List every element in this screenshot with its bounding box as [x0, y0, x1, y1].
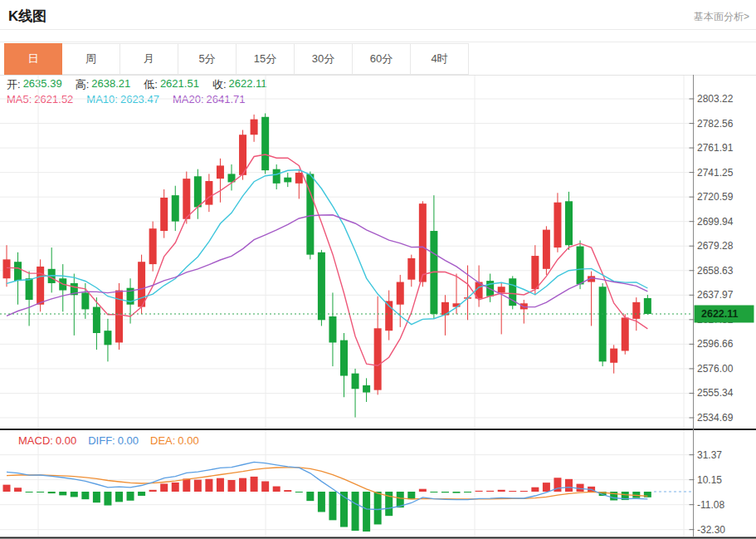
candle-body [632, 302, 640, 319]
axis-label: -32.30 [697, 524, 725, 536]
candle-body [172, 195, 179, 221]
macd-bar [183, 478, 190, 492]
axis-label: 2679.28 [697, 240, 734, 252]
axis-label: 2534.69 [697, 412, 734, 424]
candle-body [498, 287, 505, 292]
macd-bar [329, 492, 336, 520]
tab-interval-0[interactable]: 日 [4, 43, 62, 75]
candle-body [183, 179, 190, 219]
candle-body [565, 201, 573, 245]
candle-body [329, 316, 336, 342]
candle-body [419, 203, 427, 282]
candle-body [610, 349, 617, 363]
macd-bar [160, 483, 168, 492]
macd-bar [531, 488, 539, 492]
candle-body [374, 328, 382, 390]
candle-body [251, 120, 258, 135]
axis-label: 2555.34 [697, 387, 734, 399]
macd-bar [464, 492, 471, 492]
macd-bar [138, 492, 145, 496]
axis-label: -11.08 [697, 499, 724, 511]
macd-bar [498, 490, 505, 492]
macd-bar [577, 484, 584, 492]
tab-interval-4[interactable]: 15分 [237, 43, 295, 75]
current-price-tag-text: 2622.11 [701, 308, 739, 320]
axis-label: 2596.66 [697, 338, 734, 350]
macd-bar [239, 478, 246, 492]
macd-bar [37, 492, 44, 492]
macd-bar [115, 492, 123, 502]
macd-bar [261, 482, 269, 492]
macd-bar [251, 477, 258, 492]
macd-bar [306, 492, 314, 501]
macd-bar [104, 492, 111, 506]
candle-body [14, 262, 22, 281]
header-divider [0, 29, 756, 30]
candle-body [217, 165, 224, 179]
candle-body [407, 258, 415, 280]
candle-body [26, 278, 33, 300]
macd-bar [172, 483, 179, 492]
tab-interval-6[interactable]: 60分 [353, 43, 411, 75]
ma20-line [7, 215, 647, 316]
axis-label: 2741.25 [697, 167, 734, 179]
candle-body [397, 282, 404, 305]
macd-bar [71, 492, 78, 497]
macd-bar [93, 492, 100, 502]
kline-chart[interactable]: 2803.222782.562761.912741.252720.592699.… [0, 75, 756, 539]
macd-bar [81, 492, 89, 499]
macd-bar [284, 490, 291, 492]
axis-label: 2803.22 [697, 93, 734, 105]
axis-label: 10.15 [697, 474, 722, 486]
ma10-line [7, 170, 647, 325]
candle-body [194, 176, 202, 207]
macd-bar [59, 492, 66, 495]
candle-body [93, 307, 100, 333]
candle-body [577, 247, 584, 285]
candle-body [340, 341, 348, 376]
candle-body [318, 252, 325, 321]
macd-bar [14, 488, 22, 492]
candle-body [531, 256, 539, 289]
fundamental-analysis-link[interactable]: 基本面分析> [694, 10, 749, 24]
macd-bar [48, 492, 56, 493]
candle-body [104, 331, 111, 345]
tab-interval-3[interactable]: 5分 [178, 43, 237, 75]
candle-body [554, 203, 561, 247]
candle-body [644, 298, 651, 314]
axis-label: 2576.00 [697, 363, 734, 375]
macd-bar [363, 492, 370, 532]
macd-bar [476, 491, 483, 492]
macd-bar [430, 492, 437, 492]
macd-bar [194, 480, 202, 492]
dea-line [7, 468, 647, 499]
candle-body [160, 198, 168, 231]
macd-bar [26, 492, 33, 492]
candle-body [205, 181, 212, 205]
macd-bar [149, 490, 157, 492]
macd-bar [127, 492, 134, 501]
page-title: K线图 [8, 7, 46, 26]
macd-bar [509, 491, 516, 492]
axis-label: 2699.94 [697, 216, 734, 228]
macd-bar [407, 492, 415, 499]
candle-body [37, 267, 44, 305]
macd-bar [205, 479, 212, 492]
candle-body [352, 374, 359, 390]
candle-body [138, 262, 145, 306]
candle-body [149, 228, 157, 264]
candle-body [261, 117, 269, 170]
tab-interval-5[interactable]: 30分 [295, 43, 353, 75]
candle-body [543, 230, 550, 269]
macd-bar [228, 480, 236, 492]
candle-body [81, 292, 89, 309]
tab-interval-1[interactable]: 周 [62, 43, 120, 75]
macd-bar [441, 492, 449, 492]
tab-interval-2[interactable]: 月 [120, 43, 178, 75]
candle-body [363, 385, 370, 393]
interval-tabbar: 日周月5分15分30分60分4时 [4, 43, 469, 75]
macd-bar [520, 491, 528, 492]
chart-card-top-border [0, 42, 756, 42]
tab-interval-7[interactable]: 4时 [411, 43, 469, 75]
diff-line [7, 462, 647, 509]
